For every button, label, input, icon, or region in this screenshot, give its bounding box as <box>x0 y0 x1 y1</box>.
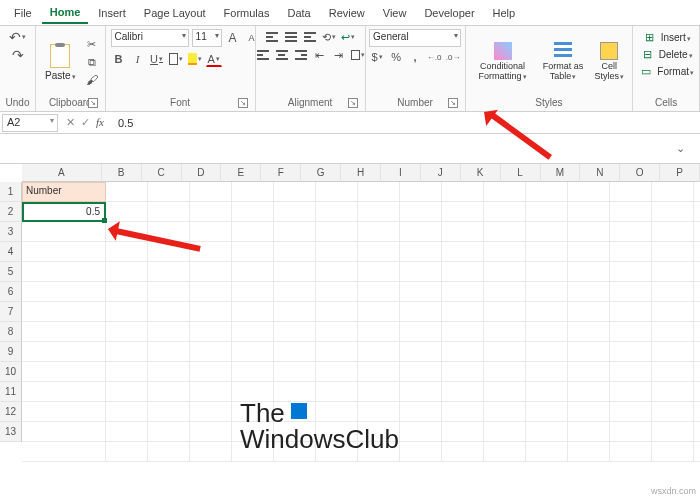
insert-function-button[interactable]: fx <box>96 116 104 129</box>
decrease-decimal-button[interactable]: .0→ <box>445 49 461 65</box>
format-painter-button[interactable] <box>84 72 100 88</box>
row-header-4[interactable]: 4 <box>0 242 22 262</box>
row-header-13[interactable]: 13 <box>0 422 22 442</box>
number-launcher[interactable]: ↘ <box>448 98 458 108</box>
grow-font-button[interactable]: A <box>225 30 241 46</box>
align-top-button[interactable] <box>264 29 280 45</box>
cell-styles-icon <box>600 42 618 60</box>
tab-home[interactable]: Home <box>42 2 89 24</box>
tab-data[interactable]: Data <box>279 3 318 23</box>
cell-a2-selected[interactable]: 0.5 <box>22 202 106 222</box>
toolbar-tray: ⌄ <box>0 134 700 164</box>
insert-cells-button[interactable]: Insert <box>642 29 691 45</box>
row-header-2[interactable]: 2 <box>0 202 22 222</box>
column-header-k[interactable]: K <box>461 164 501 182</box>
format-as-table-button[interactable]: Format as Table <box>539 30 588 94</box>
row-header-9[interactable]: 9 <box>0 342 22 362</box>
column-header-p[interactable]: P <box>660 164 700 182</box>
column-header-h[interactable]: H <box>341 164 381 182</box>
row-header-10[interactable]: 10 <box>0 362 22 382</box>
column-header-b[interactable]: B <box>102 164 142 182</box>
column-headers[interactable]: ABCDEFGHIJKLMNOP <box>22 164 700 182</box>
italic-button[interactable]: I <box>130 51 146 67</box>
tab-formulas[interactable]: Formulas <box>216 3 278 23</box>
formula-input[interactable]: 0.5 <box>114 116 700 130</box>
conditional-formatting-button[interactable]: Conditional Formatting <box>471 30 535 94</box>
align-right-button[interactable] <box>293 47 309 63</box>
paste-button[interactable]: Paste <box>41 30 80 94</box>
column-header-g[interactable]: G <box>301 164 341 182</box>
column-header-e[interactable]: E <box>221 164 261 182</box>
column-header-d[interactable]: D <box>182 164 222 182</box>
column-header-c[interactable]: C <box>142 164 182 182</box>
group-cells-label: Cells <box>638 95 694 110</box>
group-clipboard-label: Clipboard↘ <box>41 95 100 110</box>
tab-insert[interactable]: Insert <box>90 3 134 23</box>
row-header-3[interactable]: 3 <box>0 222 22 242</box>
font-size-select[interactable]: 11 <box>192 29 222 47</box>
fill-color-button[interactable] <box>187 51 203 67</box>
tab-file[interactable]: File <box>6 3 40 23</box>
ribbon-tabs: File Home Insert Page Layout Formulas Da… <box>0 0 700 26</box>
cell-styles-button[interactable]: Cell Styles <box>591 30 627 94</box>
column-header-a[interactable]: A <box>22 164 102 182</box>
increase-decimal-button[interactable]: ←.0 <box>426 49 442 65</box>
tab-developer[interactable]: Developer <box>416 3 482 23</box>
accounting-format-button[interactable]: $ <box>369 49 385 65</box>
row-header-5[interactable]: 5 <box>0 262 22 282</box>
row-headers[interactable]: 12345678910111213 <box>0 182 22 462</box>
column-header-l[interactable]: L <box>501 164 541 182</box>
row-header-7[interactable]: 7 <box>0 302 22 322</box>
collapse-ribbon-button[interactable]: ⌄ <box>672 141 688 157</box>
tab-review[interactable]: Review <box>321 3 373 23</box>
align-bottom-button[interactable] <box>302 29 318 45</box>
undo-button[interactable] <box>10 29 26 45</box>
cancel-formula-button[interactable]: ✕ <box>66 116 75 129</box>
column-header-m[interactable]: M <box>541 164 581 182</box>
row-header-1[interactable]: 1 <box>0 182 22 202</box>
wrap-text-button[interactable] <box>340 29 356 45</box>
border-button[interactable] <box>168 51 184 67</box>
tab-help[interactable]: Help <box>485 3 524 23</box>
group-styles-label: Styles <box>471 95 628 110</box>
underline-button[interactable]: U <box>149 51 165 67</box>
tab-page-layout[interactable]: Page Layout <box>136 3 214 23</box>
comma-format-button[interactable]: , <box>407 49 423 65</box>
column-header-j[interactable]: J <box>421 164 461 182</box>
merge-button[interactable] <box>350 47 366 63</box>
enter-formula-button[interactable]: ✓ <box>81 116 90 129</box>
font-color-button[interactable]: A <box>206 51 222 67</box>
copy-button[interactable] <box>84 54 100 70</box>
format-cells-button[interactable]: Format <box>638 63 694 79</box>
clipboard-launcher[interactable]: ↘ <box>88 98 98 108</box>
number-format-select[interactable]: General <box>369 29 461 47</box>
cut-button[interactable] <box>84 36 100 52</box>
insert-icon <box>642 29 658 45</box>
row-header-6[interactable]: 6 <box>0 282 22 302</box>
font-launcher[interactable]: ↘ <box>238 98 248 108</box>
font-name-select[interactable]: Calibri <box>111 29 189 47</box>
tab-view[interactable]: View <box>375 3 415 23</box>
name-box[interactable]: A2 <box>2 114 58 132</box>
indent-increase-button[interactable]: ⇥ <box>331 47 347 63</box>
align-center-button[interactable] <box>274 47 290 63</box>
orientation-button[interactable]: ⟲ <box>321 29 337 45</box>
row-header-11[interactable]: 11 <box>0 382 22 402</box>
alignment-launcher[interactable]: ↘ <box>348 98 358 108</box>
border-icon <box>169 53 178 65</box>
bold-button[interactable]: B <box>111 51 127 67</box>
align-middle-button[interactable] <box>283 29 299 45</box>
redo-button[interactable] <box>10 47 26 63</box>
column-header-f[interactable]: F <box>261 164 301 182</box>
column-header-o[interactable]: O <box>620 164 660 182</box>
row-header-8[interactable]: 8 <box>0 322 22 342</box>
align-left-button[interactable] <box>255 47 271 63</box>
conditional-formatting-icon <box>494 42 512 60</box>
row-header-12[interactable]: 12 <box>0 402 22 422</box>
indent-decrease-button[interactable]: ⇤ <box>312 47 328 63</box>
delete-cells-button[interactable]: Delete <box>640 46 693 62</box>
column-header-i[interactable]: I <box>381 164 421 182</box>
cell-a1[interactable]: Number <box>22 182 106 202</box>
percent-format-button[interactable]: % <box>388 49 404 65</box>
column-header-n[interactable]: N <box>580 164 620 182</box>
